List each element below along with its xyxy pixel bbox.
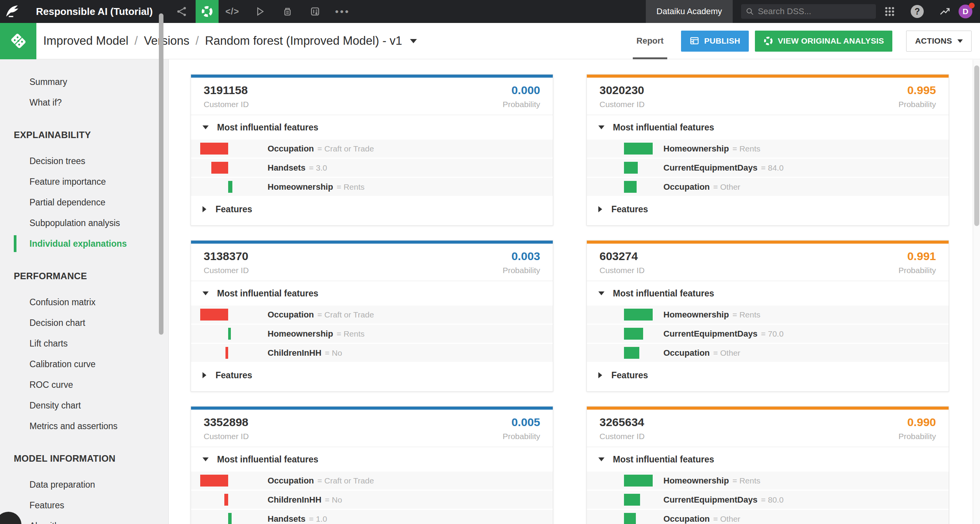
view-original-analysis-button[interactable]: VIEW ORIGINAL ANALYSIS: [755, 31, 893, 52]
probability-value: 0.000: [503, 84, 540, 97]
user-avatar[interactable]: D: [959, 5, 972, 18]
feature-influence-row: CurrentEquipmentDays =84.0: [587, 159, 949, 177]
individual-explanations-panel: 3191158 Customer ID 0.000 Probability Mo…: [169, 60, 973, 524]
dashboard-icon[interactable]: [301, 0, 329, 23]
breadcrumb: Improved Model / Versions / Random fores…: [43, 34, 417, 48]
dataiku-logo[interactable]: [0, 0, 24, 23]
run-icon[interactable]: [246, 0, 274, 23]
collapse-caret-icon: [598, 291, 604, 295]
help-icon[interactable]: ?: [903, 0, 931, 23]
most-influential-features-toggle[interactable]: Most influential features: [587, 115, 949, 140]
features-toggle[interactable]: Features: [191, 197, 553, 221]
tab-report[interactable]: Report: [633, 23, 668, 59]
sidebar-item[interactable]: Data preparation: [0, 474, 168, 495]
influence-bar: [200, 143, 228, 155]
sidebar-scrollbar[interactable]: [159, 13, 163, 335]
sidebar-item[interactable]: Confusion matrix: [0, 292, 168, 312]
influence-bar: [200, 309, 228, 321]
explanation-card: 3020230 Customer ID 0.995 Probability Mo…: [586, 74, 949, 226]
breadcrumb-versions[interactable]: Versions: [144, 34, 189, 48]
breadcrumb-version-name[interactable]: Random forest (Improved Model) - v1: [205, 34, 402, 48]
search-input[interactable]: [758, 7, 871, 16]
publish-button[interactable]: PUBLISH: [681, 31, 748, 52]
sidebar-item[interactable]: Decision chart: [0, 312, 168, 333]
sidebar-item[interactable]: Calibration curve: [0, 354, 168, 374]
feature-influence-row: Homeownership =Rents: [191, 325, 553, 343]
sidebar-item[interactable]: What if?: [0, 92, 168, 113]
customer-id-label: Customer ID: [599, 432, 936, 441]
most-influential-features-toggle[interactable]: Most influential features: [191, 281, 553, 306]
page-scrollbar[interactable]: [973, 60, 980, 524]
apps-grid-icon[interactable]: [876, 0, 903, 23]
feature-influence-row: Homeownership =Rents: [587, 140, 949, 158]
sidebar-item[interactable]: Feature importance: [0, 171, 168, 192]
collapse-caret-icon: [598, 457, 604, 461]
actions-caret-icon: [957, 39, 963, 43]
probability-label: Probability: [898, 266, 936, 275]
influence-bar: [228, 181, 232, 193]
most-influential-features-toggle[interactable]: Most influential features: [191, 115, 553, 140]
sidebar-item[interactable]: Algorithm: [0, 516, 168, 524]
version-dropdown-caret[interactable]: [410, 39, 417, 43]
flow-icon[interactable]: [168, 0, 196, 23]
visual-analysis-icon[interactable]: [196, 0, 219, 23]
feature-influence-row: Occupation =Other: [587, 510, 949, 524]
explanation-card: 3191158 Customer ID 0.000 Probability Mo…: [191, 74, 553, 226]
customer-id-value: 3020230: [599, 84, 936, 97]
sidebar-item[interactable]: Decision trees: [0, 151, 168, 171]
expand-caret-icon: [203, 372, 206, 378]
actions-button[interactable]: ACTIONS: [906, 31, 972, 52]
probability-value: 0.005: [503, 416, 540, 429]
sidebar-item[interactable]: PERFORMANCE: [0, 266, 168, 286]
influence-bar: [211, 162, 228, 174]
breadcrumb-model[interactable]: Improved Model: [43, 34, 128, 48]
explanation-card: 3138370 Customer ID 0.003 Probability Mo…: [191, 240, 553, 392]
more-icon[interactable]: •••: [329, 0, 356, 23]
sidebar-item[interactable]: Lift charts: [0, 333, 168, 354]
explanation-card: 3265634 Customer ID 0.990 Probability Mo…: [586, 406, 949, 524]
search-box[interactable]: [741, 4, 876, 19]
nav-right-cluster: Dataiku Academy ? D: [646, 0, 980, 23]
sidebar-item[interactable]: Features: [0, 495, 168, 516]
most-influential-features-toggle[interactable]: Most influential features: [587, 447, 949, 472]
sidebar-item[interactable]: Metrics and assertions: [0, 416, 168, 436]
features-toggle[interactable]: Features: [587, 197, 949, 221]
notification-dot: [969, 3, 975, 8]
sidebar-item[interactable]: Density chart: [0, 395, 168, 416]
features-toggle[interactable]: Features: [191, 363, 553, 387]
customer-id-value: 3265634: [599, 416, 936, 429]
most-influential-features-toggle[interactable]: Most influential features: [191, 447, 553, 472]
saved-model-icon[interactable]: [0, 23, 36, 59]
sidebar-item[interactable]: MODEL INFORMATION: [0, 448, 168, 469]
customer-id-label: Customer ID: [204, 266, 540, 275]
sidebar-item[interactable]: Subpopulation analysis: [0, 213, 168, 233]
jobs-icon[interactable]: [274, 0, 301, 23]
features-toggle[interactable]: Features: [587, 363, 949, 387]
code-icon[interactable]: </>: [219, 0, 246, 23]
project-header: Improved Model / Versions / Random fores…: [0, 23, 980, 59]
sidebar-item[interactable]: Individual explanations: [0, 233, 168, 254]
probability-value: 0.995: [898, 84, 936, 97]
sidebar-item[interactable]: Summary: [0, 72, 168, 92]
sidebar-item[interactable]: Partial dependence: [0, 192, 168, 213]
most-influential-features-toggle[interactable]: Most influential features: [587, 281, 949, 306]
feature-influence-row: Homeownership =Rents: [191, 178, 553, 196]
trending-icon[interactable]: [931, 0, 959, 23]
feature-influence-row: Handsets =1.0: [191, 510, 553, 524]
sidebar-item[interactable]: ROC curve: [0, 374, 168, 395]
probability-value: 0.990: [898, 416, 936, 429]
nav-icon-strip: </> •••: [168, 0, 356, 23]
project-title[interactable]: Responsible AI (Tutorial): [36, 6, 153, 18]
explanation-cards-grid: 3191158 Customer ID 0.000 Probability Mo…: [169, 60, 973, 524]
influence-bar: [228, 328, 231, 340]
sidebar-item[interactable]: EXPLAINABILITY: [0, 125, 168, 145]
customer-id-label: Customer ID: [204, 100, 540, 109]
search-icon: [746, 7, 754, 16]
report-sidebar: Summary What if? EXPLAINABILITY Decision…: [0, 59, 169, 524]
page-scrollbar-thumb[interactable]: [974, 65, 979, 226]
customer-id-value: 3352898: [204, 416, 540, 429]
probability-label: Probability: [503, 100, 540, 109]
collapse-caret-icon: [598, 125, 604, 129]
customer-id-value: 3191158: [204, 84, 540, 97]
dataiku-academy-button[interactable]: Dataiku Academy: [646, 0, 733, 23]
